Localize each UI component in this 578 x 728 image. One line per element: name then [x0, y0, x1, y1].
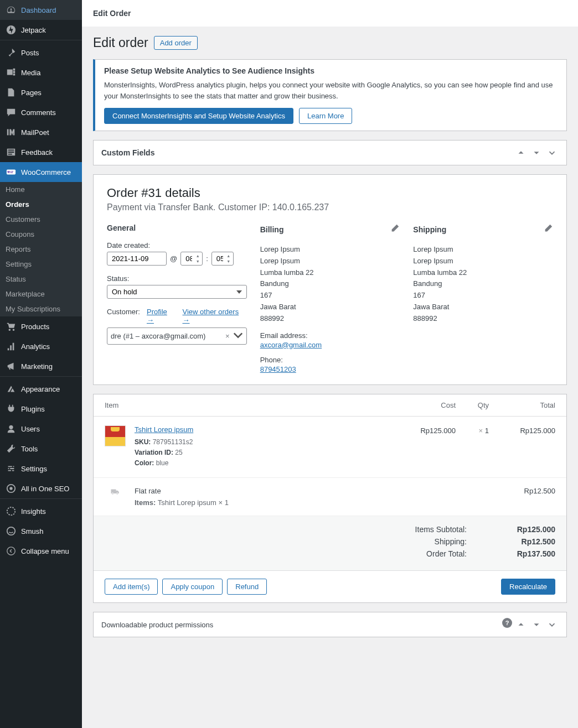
min-up[interactable]: ▲	[225, 253, 233, 259]
product-name-link[interactable]: Tshirt Lorep ipsum	[135, 425, 193, 434]
panel-toggle-icon[interactable]	[545, 146, 559, 159]
order-item-row: Tshirt Lorep ipsum SKU: 787951131s2 Vari…	[94, 417, 566, 479]
min-down[interactable]: ▼	[225, 259, 233, 265]
billing-email-link[interactable]: axcora@gmail.com	[260, 341, 322, 349]
profile-link[interactable]: Profile →	[147, 308, 176, 324]
sidebar-item-jetpack[interactable]: Jetpack	[0, 20, 82, 40]
shipping-total-value: Rp12.500	[500, 537, 555, 546]
add-items-button[interactable]: Add item(s)	[105, 579, 158, 595]
panel-toggle-icon[interactable]	[545, 618, 559, 631]
sidebar-label: Pages	[21, 89, 42, 97]
sidebar-item-users[interactable]: Users	[0, 419, 82, 439]
order-items-panel: Item Cost Qty Total Tshirt Lorep ipsum S…	[93, 394, 567, 604]
notice-title: Please Setup Website Analytics to See Au…	[104, 66, 558, 75]
item-qty: × 1	[456, 425, 489, 435]
sidebar-label: Dashboard	[21, 6, 56, 14]
add-order-button[interactable]: Add order	[154, 36, 198, 50]
sidebar-item-dashboard[interactable]: Dashboard	[0, 0, 82, 20]
sidebar-item-posts[interactable]: Posts	[0, 43, 82, 63]
col-total-header: Total	[489, 401, 555, 409]
edit-billing-icon[interactable]	[390, 223, 400, 235]
date-input[interactable]	[107, 252, 167, 266]
order-total-value: Rp137.500	[500, 549, 555, 558]
sidebar-item-collapse[interactable]: Collapse menu	[0, 541, 82, 561]
sidebar-sub-subscriptions[interactable]: My Subscriptions	[0, 301, 82, 316]
view-orders-link[interactable]: View other orders →	[183, 308, 247, 324]
status-select[interactable]: On hold	[107, 285, 247, 299]
settings-icon	[6, 463, 17, 474]
sidebar-sub-status[interactable]: Status	[0, 272, 82, 287]
custom-fields-title: Custom Fields	[101, 148, 154, 157]
sidebar-label: Comments	[21, 108, 56, 117]
chevron-down-icon[interactable]	[233, 330, 243, 342]
apply-coupon-button[interactable]: Apply coupon	[162, 579, 223, 595]
shipping-item-row: Flat rate Items: Tshirt Lorep ipsum × 1 …	[94, 478, 566, 516]
plugins-icon	[6, 403, 17, 414]
sidebar-sub-settings[interactable]: Settings	[0, 257, 82, 272]
customer-select[interactable]: dre (#1 – axcora@gmail.com) ×	[107, 327, 247, 345]
panel-down-icon[interactable]	[530, 146, 543, 159]
panel-up-icon[interactable]	[514, 146, 528, 159]
sidebar-label: Media	[21, 69, 40, 77]
sidebar-item-tools[interactable]: Tools	[0, 439, 82, 459]
sidebar-label: Jetpack	[21, 26, 46, 34]
sidebar-item-insights[interactable]: Insights	[0, 501, 82, 521]
billing-phone-link[interactable]: 879451203	[260, 365, 296, 373]
product-thumbnail[interactable]	[105, 425, 126, 446]
sidebar-item-feedback[interactable]: Feedback	[0, 142, 82, 162]
date-label: Date created:	[107, 241, 247, 249]
sidebar-sub-reports[interactable]: Reports	[0, 242, 82, 257]
sidebar-sub-marketplace[interactable]: Marketplace	[0, 287, 82, 301]
sidebar-sub-coupons[interactable]: Coupons	[0, 227, 82, 242]
status-label: Status:	[107, 274, 247, 283]
hour-up[interactable]: ▲	[194, 253, 202, 259]
sidebar-item-plugins[interactable]: Plugins	[0, 399, 82, 419]
sidebar-submenu: Home Orders Customers Coupons Reports Se…	[0, 182, 82, 316]
sidebar-item-analytics[interactable]: Analytics	[0, 336, 82, 356]
sidebar-item-seo[interactable]: All in One SEO	[0, 479, 82, 498]
order-title: Order #31 details	[107, 186, 553, 200]
hour-down[interactable]: ▼	[194, 259, 202, 265]
truck-icon	[105, 487, 126, 500]
sidebar-sub-orders[interactable]: Orders	[0, 197, 82, 212]
page-icon	[6, 87, 17, 98]
sidebar-item-comments[interactable]: Comments	[0, 102, 82, 122]
edit-shipping-icon[interactable]	[543, 223, 553, 235]
recalculate-button[interactable]: Recalculate	[501, 579, 555, 595]
dashboard-icon	[6, 4, 17, 15]
panel-up-icon[interactable]	[514, 618, 528, 631]
connect-analytics-button[interactable]: Connect MonsterInsights and Setup Websit…	[104, 108, 293, 124]
sidebar-label: Analytics	[21, 342, 50, 351]
learn-more-button[interactable]: Learn More	[299, 108, 352, 124]
sidebar-sub-home[interactable]: Home	[0, 182, 82, 197]
woocommerce-icon	[6, 167, 17, 178]
sidebar-item-woocommerce[interactable]: WooCommerce	[0, 162, 82, 182]
pin-icon	[6, 47, 17, 58]
sidebar-label: Appearance	[21, 385, 60, 393]
sidebar-item-pages[interactable]: Pages	[0, 82, 82, 102]
downloadable-panel: Downloadable product permissions ?	[93, 612, 567, 637]
custom-fields-panel: Custom Fields	[93, 140, 567, 165]
col-qty-header: Qty	[456, 401, 489, 409]
sidebar-sub-customers[interactable]: Customers	[0, 212, 82, 227]
order-details-panel: Order #31 details Payment via Transfer B…	[93, 174, 567, 385]
item-cost: Rp125.000	[400, 425, 456, 435]
help-icon[interactable]: ?	[502, 618, 512, 628]
sidebar-item-media[interactable]: Media	[0, 63, 82, 82]
item-total: Rp125.000	[489, 425, 555, 435]
at-symbol: @	[170, 254, 177, 263]
order-total-label: Order Total:	[389, 549, 467, 558]
sidebar-item-appearance[interactable]: Appearance	[0, 379, 82, 399]
sidebar-item-settings[interactable]: Settings	[0, 459, 82, 479]
sidebar-item-mailpoet[interactable]: MailPoet	[0, 122, 82, 142]
sidebar-label: All in One SEO	[21, 485, 69, 493]
order-subtitle: Payment via Transfer Bank. Customer IP: …	[107, 202, 553, 212]
panel-down-icon[interactable]	[530, 618, 543, 631]
billing-column: Billing Lorep Ipsum Lorep Ipsum Lumba lu…	[260, 223, 400, 373]
refund-button[interactable]: Refund	[227, 579, 267, 595]
analytics-notice: Please Setup Website Analytics to See Au…	[93, 59, 567, 131]
sidebar-item-marketing[interactable]: Marketing	[0, 356, 82, 376]
sidebar-item-smush[interactable]: Smush	[0, 521, 82, 541]
sidebar-item-products[interactable]: Products	[0, 316, 82, 336]
clear-customer-icon[interactable]: ×	[222, 332, 233, 340]
